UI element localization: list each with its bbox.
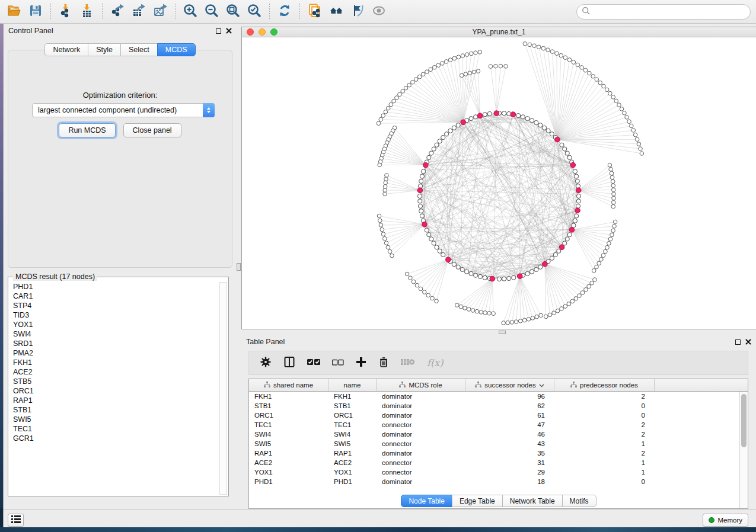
mcds-result-item[interactable]: SRD1 [13,339,218,348]
tab-edge-table[interactable]: Edge Table [452,495,503,507]
tab-motifs[interactable]: Motifs [562,495,596,507]
tab-mcds[interactable]: MCDS [157,43,196,56]
cell-predecessor-nodes[interactable]: 1 [554,467,655,477]
cell-name[interactable]: SWI5 [328,439,377,448]
show-panels-button[interactable] [8,514,24,527]
search-box[interactable] [576,4,751,20]
cell-shared-name[interactable]: ORC1 [249,411,328,420]
cell-predecessor-nodes[interactable]: 0 [554,401,655,411]
mcds-result-item[interactable]: YOX1 [13,320,218,329]
column-header-name[interactable]: name [328,379,377,391]
cell-MCDS-role[interactable]: dominator [377,430,465,439]
cell-shared-name[interactable]: SWI4 [249,430,328,439]
zoom-in-button[interactable] [180,2,201,21]
table-row[interactable]: TEC1TEC1connector472 [249,420,748,430]
zoom-fit-button[interactable] [222,2,244,21]
gear-button[interactable] [260,356,272,370]
mcds-result-item[interactable]: PHD1 [13,282,218,291]
split-columns-button[interactable] [283,356,295,370]
cell-predecessor-nodes[interactable]: 0 [554,477,655,486]
mcds-result-item[interactable]: FKH1 [13,358,218,367]
cell-MCDS-role[interactable]: dominator [377,411,465,420]
search-input[interactable] [591,8,745,16]
cell-successor-nodes[interactable]: 61 [465,411,554,420]
cell-shared-name[interactable]: TEC1 [249,420,328,430]
cell-predecessor-nodes[interactable]: 0 [554,411,655,420]
cell-MCDS-role[interactable]: dominator [377,477,465,486]
cell-predecessor-nodes[interactable]: 2 [554,392,655,401]
cell-MCDS-role[interactable]: dominator [377,448,465,458]
zoom-selected-button[interactable] [244,2,265,21]
cell-name[interactable]: STB1 [328,401,377,411]
mcds-result-item[interactable]: ACE2 [13,367,218,377]
close-panel-icon[interactable] [745,336,751,347]
cell-predecessor-nodes[interactable]: 2 [554,448,655,458]
cell-name[interactable]: ACE2 [328,458,377,467]
deselect-all-button[interactable] [332,358,344,368]
mcds-result-item[interactable]: STP4 [13,301,218,310]
cell-MCDS-role[interactable]: connector [377,420,465,430]
cell-shared-name[interactable]: PHD1 [249,477,328,486]
delete-column-button[interactable] [378,356,389,370]
cell-MCDS-role[interactable]: connector [377,439,465,448]
table-row[interactable]: SWI4SWI4dominator462 [249,430,748,439]
mcds-result-scrollbar[interactable] [219,282,227,495]
import-network-button[interactable] [55,2,76,21]
add-column-button[interactable] [356,357,366,370]
mcds-result-item[interactable]: ORC1 [13,386,218,396]
cell-MCDS-role[interactable]: connector [377,458,465,467]
table-scrollbar[interactable] [739,392,748,508]
cell-shared-name[interactable]: FKH1 [249,392,328,401]
column-header-MCDS-role[interactable]: MCDS role [377,379,465,391]
cell-predecessor-nodes[interactable]: 1 [554,458,655,467]
show-hidden-button[interactable] [368,2,390,21]
run-mcds-button[interactable]: Run MCDS [59,123,115,137]
export-network-button[interactable] [107,2,128,21]
cell-MCDS-role[interactable]: dominator [377,401,465,411]
cell-name[interactable]: RAP1 [328,448,377,458]
cell-successor-nodes[interactable]: 43 [465,439,554,448]
horizontal-splitter[interactable] [241,329,756,335]
cell-successor-nodes[interactable]: 47 [465,420,554,430]
table-row[interactable]: YOX1YOX1connector291 [249,467,748,477]
splitter-grip[interactable] [237,263,241,271]
mcds-result-item[interactable]: STB5 [13,377,218,386]
memory-button[interactable]: Memory [703,514,748,527]
column-header-successor-nodes[interactable]: successor nodes [465,379,554,391]
cell-MCDS-role[interactable]: dominator [377,392,465,401]
cell-shared-name[interactable]: SWI5 [249,439,328,448]
mcds-result-item[interactable]: PMA2 [13,348,218,358]
close-panel-button[interactable]: Close panel [123,123,181,137]
tab-network-table[interactable]: Network Table [502,495,563,507]
mcds-result-item[interactable]: SWI4 [13,329,218,339]
tab-select[interactable]: Select [120,43,158,56]
cell-successor-nodes[interactable]: 31 [465,458,554,467]
scrollbar-thumb[interactable] [741,394,747,447]
column-header-shared-name[interactable]: shared name [249,379,328,391]
cell-name[interactable]: TEC1 [328,420,377,430]
splitter-grip[interactable] [499,331,506,334]
tab-network[interactable]: Network [44,43,88,56]
cell-predecessor-nodes[interactable]: 2 [554,420,655,430]
mcds-result-item[interactable]: GCR1 [13,434,218,443]
table-row[interactable]: ORC1ORC1dominator610 [249,411,748,420]
column-header-predecessor-nodes[interactable]: predecessor nodes [554,379,655,391]
cell-predecessor-nodes[interactable]: 2 [554,430,655,439]
mcds-result-item[interactable]: SWI5 [13,415,218,424]
table-row[interactable]: RAP1RAP1dominator352 [249,448,748,458]
export-image-button[interactable] [149,2,171,21]
cell-successor-nodes[interactable]: 35 [465,448,554,458]
table-row[interactable]: FKH1FKH1dominator962 [249,392,748,401]
float-panel-icon[interactable] [735,339,741,345]
network-window-titlebar[interactable]: YPA_prune.txt_1 [242,27,756,37]
cell-name[interactable]: YOX1 [328,467,377,477]
cell-MCDS-role[interactable]: connector [377,467,465,477]
mcds-result-item[interactable]: TEC1 [13,424,218,434]
open-file-button[interactable] [4,2,25,21]
mcds-result-list[interactable]: PHD1CAR1STP4TID3YOX1SWI4SRD1PMA2FKH1ACE2… [9,282,218,495]
mcds-result-item[interactable]: STB1 [13,405,218,415]
export-table-button[interactable] [128,2,149,21]
cell-shared-name[interactable]: RAP1 [249,448,328,458]
save-session-button[interactable] [25,2,46,21]
cell-successor-nodes[interactable]: 46 [465,430,554,439]
